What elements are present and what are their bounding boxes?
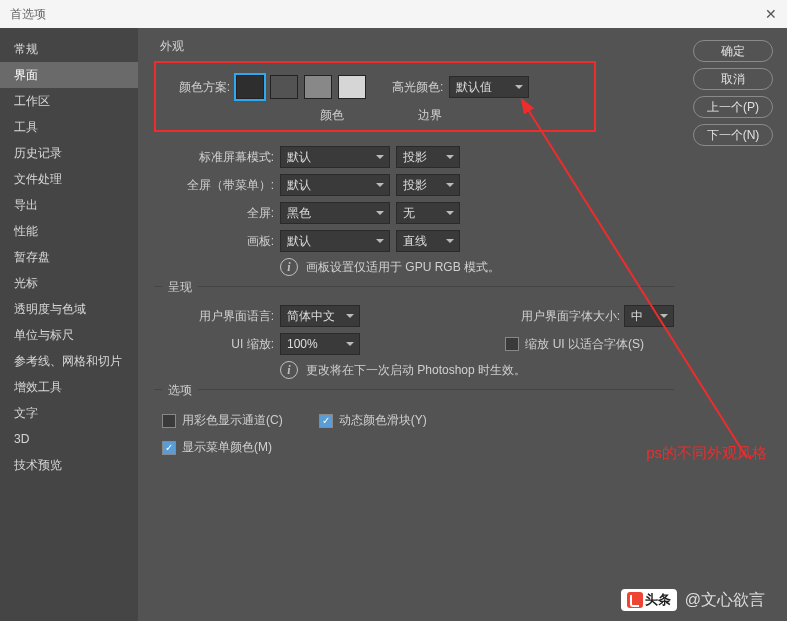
show-menu-colors-label: 显示菜单颜色(M) xyxy=(182,439,272,456)
prev-button[interactable]: 上一个(P) xyxy=(693,96,773,118)
sidebar-item[interactable]: 历史记录 xyxy=(0,140,138,166)
info-icon: i xyxy=(280,258,298,276)
watermark: 头条 @文心欲言 xyxy=(621,589,765,611)
sidebar-item[interactable]: 文件处理 xyxy=(0,166,138,192)
window-title: 首选项 xyxy=(10,6,46,23)
watermark-logo: 头条 xyxy=(621,589,677,611)
fullscreen-border-select[interactable]: 无 xyxy=(396,202,460,224)
main-panel: 确定 取消 上一个(P) 下一个(N) 外观 颜色方案: 高光颜色: 默认值 xyxy=(138,28,787,621)
sidebar-item[interactable]: 文字 xyxy=(0,400,138,426)
ui-lang-label: 用户界面语言: xyxy=(154,308,274,325)
show-menu-colors-checkbox[interactable] xyxy=(162,441,176,455)
scale-ui-label: 缩放 UI 以适合字体(S) xyxy=(525,336,644,353)
appearance-group: 外观 颜色方案: 高光颜色: 默认值 颜色 边界 xyxy=(154,38,771,132)
fullscreen-label: 全屏: xyxy=(154,205,274,222)
sidebar: 常规界面工作区工具历史记录文件处理导出性能暂存盘光标透明度与色域单位与标尺参考线… xyxy=(0,28,138,621)
sidebar-item[interactable]: 光标 xyxy=(0,270,138,296)
sidebar-item[interactable]: 性能 xyxy=(0,218,138,244)
sidebar-item[interactable]: 常规 xyxy=(0,36,138,62)
color-scheme-swatch[interactable] xyxy=(236,75,264,99)
close-icon[interactable]: ✕ xyxy=(765,6,777,22)
appearance-highlight-box: 颜色方案: 高光颜色: 默认值 颜色 边界 xyxy=(154,61,596,132)
ui-lang-select[interactable]: 简体中文 xyxy=(280,305,360,327)
ui-scale-select[interactable]: 100% xyxy=(280,333,360,355)
dynamic-sliders-label: 动态颜色滑块(Y) xyxy=(339,412,427,429)
present-group-label: 呈现 xyxy=(162,279,198,296)
highlight-color-label: 高光颜色: xyxy=(392,79,443,96)
highlight-color-select[interactable]: 默认值 xyxy=(449,76,529,98)
ui-font-select[interactable]: 中 xyxy=(624,305,674,327)
sub-border-header: 边界 xyxy=(418,107,442,124)
colored-channels-checkbox[interactable] xyxy=(162,414,176,428)
artboard-label: 画板: xyxy=(154,233,274,250)
ok-button[interactable]: 确定 xyxy=(693,40,773,62)
std-screen-color-select[interactable]: 默认 xyxy=(280,146,390,168)
options-group-label: 选项 xyxy=(162,382,198,399)
sidebar-item[interactable]: 参考线、网格和切片 xyxy=(0,348,138,374)
ui-font-label: 用户界面字体大小: xyxy=(521,308,620,325)
watermark-author: @文心欲言 xyxy=(685,590,765,611)
artboard-info-text: 画板设置仅适用于 GPU RGB 模式。 xyxy=(306,259,500,276)
color-scheme-swatch[interactable] xyxy=(338,75,366,99)
color-scheme-swatch[interactable] xyxy=(304,75,332,99)
artboard-color-select[interactable]: 默认 xyxy=(280,230,390,252)
color-scheme-label: 颜色方案: xyxy=(168,79,230,96)
sidebar-item[interactable]: 工具 xyxy=(0,114,138,140)
std-screen-border-select[interactable]: 投影 xyxy=(396,146,460,168)
color-scheme-swatch[interactable] xyxy=(270,75,298,99)
fullscreen-color-select[interactable]: 黑色 xyxy=(280,202,390,224)
artboard-border-select[interactable]: 直线 xyxy=(396,230,460,252)
scale-ui-checkbox[interactable] xyxy=(505,337,519,351)
fullmenu-border-select[interactable]: 投影 xyxy=(396,174,460,196)
colored-channels-label: 用彩色显示通道(C) xyxy=(182,412,283,429)
sidebar-item[interactable]: 暂存盘 xyxy=(0,244,138,270)
annotation-text: ps的不同外观风格 xyxy=(646,444,767,463)
fullmenu-color-select[interactable]: 默认 xyxy=(280,174,390,196)
next-button[interactable]: 下一个(N) xyxy=(693,124,773,146)
cancel-button[interactable]: 取消 xyxy=(693,68,773,90)
dynamic-sliders-checkbox[interactable] xyxy=(319,414,333,428)
sidebar-item[interactable]: 导出 xyxy=(0,192,138,218)
ui-scale-label: UI 缩放: xyxy=(154,336,274,353)
color-scheme-swatches xyxy=(236,75,366,99)
info-icon: i xyxy=(280,361,298,379)
sub-color-header: 颜色 xyxy=(320,107,344,124)
sidebar-item[interactable]: 单位与标尺 xyxy=(0,322,138,348)
titlebar: 首选项 ✕ xyxy=(0,0,787,28)
sidebar-item[interactable]: 增效工具 xyxy=(0,374,138,400)
std-screen-label: 标准屏幕模式: xyxy=(154,149,274,166)
fullmenu-label: 全屏（带菜单）: xyxy=(154,177,274,194)
sidebar-item[interactable]: 3D xyxy=(0,426,138,452)
restart-info-text: 更改将在下一次启动 Photoshop 时生效。 xyxy=(306,362,526,379)
sidebar-item[interactable]: 技术预览 xyxy=(0,452,138,478)
sidebar-item[interactable]: 工作区 xyxy=(0,88,138,114)
appearance-group-label: 外观 xyxy=(160,38,771,55)
sidebar-item[interactable]: 透明度与色域 xyxy=(0,296,138,322)
sidebar-item[interactable]: 界面 xyxy=(0,62,138,88)
